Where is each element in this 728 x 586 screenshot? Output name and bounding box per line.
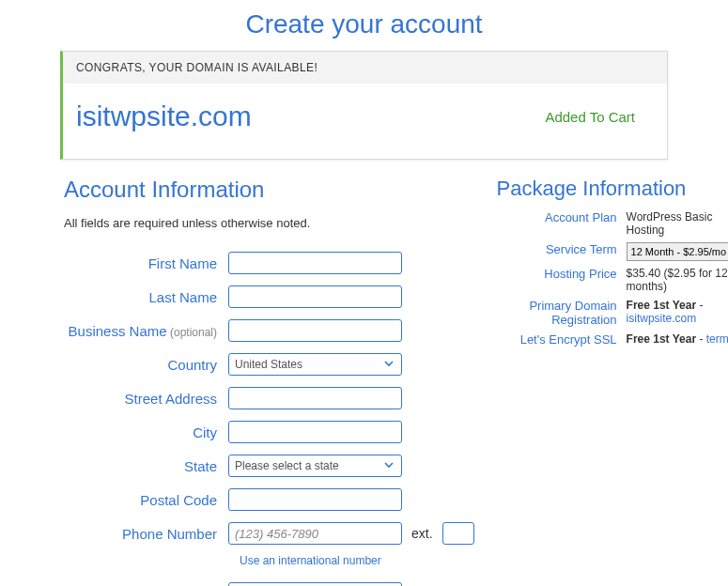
state-select[interactable]: Please select a state bbox=[228, 455, 402, 477]
domain-congrats-banner: CONGRATS, YOUR DOMAIN IS AVAILABLE! bbox=[63, 52, 667, 84]
country-label: Country bbox=[64, 357, 228, 373]
phone-label: Phone Number bbox=[64, 526, 228, 542]
city-label: City bbox=[64, 424, 228, 440]
service-term-select[interactable]: 12 Month - $2.95/mo bbox=[627, 242, 728, 261]
added-to-cart-badge: Added To Cart bbox=[545, 109, 654, 125]
last-name-label: Last Name bbox=[64, 289, 228, 305]
first-name-input[interactable] bbox=[228, 252, 402, 274]
primary-domain-value: Free 1st Year - isitwpsite.com bbox=[627, 299, 728, 327]
package-info-heading: Package Information bbox=[497, 177, 728, 201]
business-name-input[interactable] bbox=[228, 319, 402, 342]
first-name-label: First Name bbox=[64, 255, 228, 271]
ssl-terms-link[interactable]: terms bbox=[706, 332, 728, 346]
ext-label: ext. bbox=[411, 526, 433, 541]
required-fields-note: All fields are required unless otherwise… bbox=[64, 216, 474, 230]
account-plan-value: WordPress Basic Hosting bbox=[627, 210, 728, 237]
state-label: State bbox=[64, 458, 228, 474]
service-term-label: Service Term bbox=[497, 242, 627, 261]
primary-domain-label: Primary Domain Registration bbox=[497, 299, 627, 327]
hosting-price-label: Hosting Price bbox=[497, 267, 627, 293]
city-input[interactable] bbox=[228, 421, 402, 443]
ssl-value: Free 1st Year - terms bbox=[627, 332, 728, 347]
hosting-price-value: $35.40 ($2.95 for 12 months) bbox=[627, 267, 728, 293]
street-label: Street Address bbox=[64, 391, 228, 407]
phone-input[interactable] bbox=[228, 522, 402, 545]
domain-name-text: isitwpsite.com bbox=[76, 100, 252, 132]
postal-label: Postal Code bbox=[64, 492, 228, 508]
domain-availability-card: CONGRATS, YOUR DOMAIN IS AVAILABLE! isit… bbox=[60, 51, 668, 160]
account-info-heading: Account Information bbox=[64, 177, 474, 203]
page-title: Create your account bbox=[6, 2, 722, 51]
intl-phone-link[interactable]: Use an international number bbox=[240, 554, 381, 567]
email-input[interactable] bbox=[228, 582, 402, 586]
account-plan-label: Account Plan bbox=[497, 210, 627, 237]
phone-ext-input[interactable] bbox=[442, 522, 474, 545]
postal-input[interactable] bbox=[228, 488, 402, 511]
business-name-label: Business Name (optional) bbox=[64, 323, 228, 339]
primary-domain-link[interactable]: isitwpsite.com bbox=[627, 312, 697, 325]
last-name-input[interactable] bbox=[228, 285, 402, 308]
ssl-label: Let's Encrypt SSL bbox=[497, 332, 627, 347]
street-input[interactable] bbox=[228, 387, 402, 409]
country-select[interactable]: United States bbox=[228, 353, 402, 376]
